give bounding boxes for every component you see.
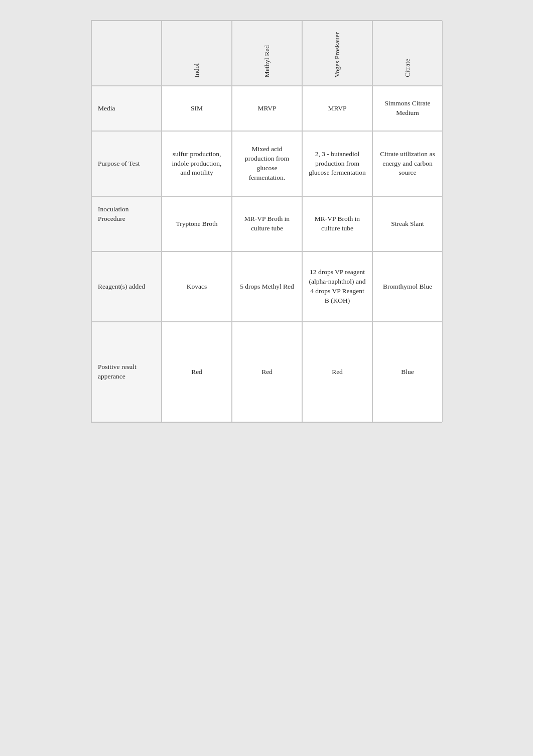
purpose-citrate: Citrate utilization as energy and carbon… xyxy=(372,131,443,196)
reagent-voges-proskauer: 12 drops VP reagent (alpha-naphthol) and… xyxy=(302,251,372,322)
header-empty xyxy=(91,21,162,86)
header-citrate: Citrate xyxy=(372,21,443,86)
media-indol: SIM xyxy=(162,86,232,131)
inoculation-citrate: Streak Slant xyxy=(372,196,443,251)
purpose-label: Purpose of Test xyxy=(91,131,162,196)
media-voges-proskauer: MRVP xyxy=(302,86,372,131)
table-grid: Indol Methyl Red Voges Proskauer Citrate… xyxy=(91,21,442,422)
media-methyl-red: MRVP xyxy=(232,86,302,131)
purpose-voges-proskauer: 2, 3 - butanediol production from glucos… xyxy=(302,131,372,196)
positive-voges-proskauer: Red xyxy=(302,322,372,422)
header-methyl-red: Methyl Red xyxy=(232,21,302,86)
reagent-methyl-red: 5 drops Methyl Red xyxy=(232,251,302,322)
header-voges-proskauer: Voges Proskauer xyxy=(302,21,372,86)
reagent-citrate: Bromthymol Blue xyxy=(372,251,443,322)
inoculation-voges-proskauer: MR-VP Broth in culture tube xyxy=(302,196,372,251)
header-indol: Indol xyxy=(162,21,232,86)
inoculation-methyl-red: MR-VP Broth in culture tube xyxy=(232,196,302,251)
reagent-label: Reagent(s) added xyxy=(91,251,162,322)
reagent-indol: Kovacs xyxy=(162,251,232,322)
positive-methyl-red: Red xyxy=(232,322,302,422)
purpose-methyl-red: Mixed acid production from glucose ferme… xyxy=(232,131,302,196)
positive-citrate: Blue xyxy=(372,322,443,422)
purpose-indol: sulfur production, indole production, an… xyxy=(162,131,232,196)
positive-indol: Red xyxy=(162,322,232,422)
positive-label: Positive result apperance xyxy=(91,322,162,422)
inoculation-label: Inoculation Procedure xyxy=(91,196,162,251)
media-citrate: Simmons Citrate Medium xyxy=(372,86,443,131)
inoculation-indol: Tryptone Broth xyxy=(162,196,232,251)
media-label: Media xyxy=(91,86,162,131)
main-table: Indol Methyl Red Voges Proskauer Citrate… xyxy=(91,20,442,423)
